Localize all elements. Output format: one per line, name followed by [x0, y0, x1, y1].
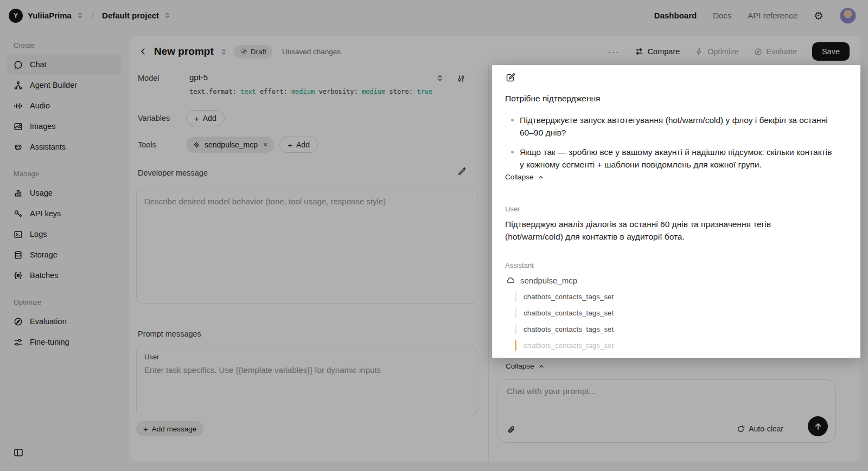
mcp-server-row[interactable]: sendpulse_mcp — [506, 275, 577, 285]
tool-call-name: chatbots_contacts_tags_set — [524, 325, 614, 333]
tool-call-name: chatbots_contacts_tags_set — [524, 341, 614, 350]
tool-call-row-pending[interactable]: chatbots_contacts_tags_set — [515, 337, 614, 353]
tool-status-bar — [515, 291, 516, 302]
collapse-message-link[interactable]: Collapse — [505, 173, 544, 181]
user-message-text: Підтверджую аналіз діалогів за останні 6… — [505, 218, 798, 243]
tool-call-row[interactable]: chatbots_contacts_tags_set — [515, 305, 614, 321]
tool-call-list: chatbots_contacts_tags_set chatbots_cont… — [515, 288, 614, 353]
tool-call-name: chatbots_contacts_tags_set — [524, 309, 614, 317]
tool-call-name: chatbots_contacts_tags_set — [524, 293, 614, 301]
chevron-up-icon — [538, 174, 544, 180]
edit-icon[interactable] — [505, 73, 515, 83]
bullet-item: Підтверджуєте запуск автотегування (hot/… — [505, 114, 833, 139]
assistant-bullet-list: Підтверджуєте запуск автотегування (hot/… — [505, 114, 833, 178]
assistant-role-label: Assistant — [505, 261, 534, 269]
tool-status-bar — [515, 307, 516, 318]
cloud-icon — [506, 275, 515, 285]
user-role-label: User — [505, 205, 520, 213]
bullet-item: Якщо так — зроблю все у вашому акаунті й… — [505, 146, 833, 171]
tool-status-bar — [515, 324, 516, 334]
mcp-server-name: sendpulse_mcp — [520, 276, 577, 285]
collapse-label: Collapse — [505, 173, 534, 181]
tool-call-row[interactable]: chatbots_contacts_tags_set — [515, 288, 614, 305]
tool-call-row[interactable]: chatbots_contacts_tags_set — [515, 321, 614, 337]
expanded-response-panel: Потрібне підтвердження Підтверджуєте зап… — [492, 65, 860, 358]
assistant-heading: Потрібне підтвердження — [505, 94, 600, 104]
tool-status-bar — [515, 340, 516, 351]
